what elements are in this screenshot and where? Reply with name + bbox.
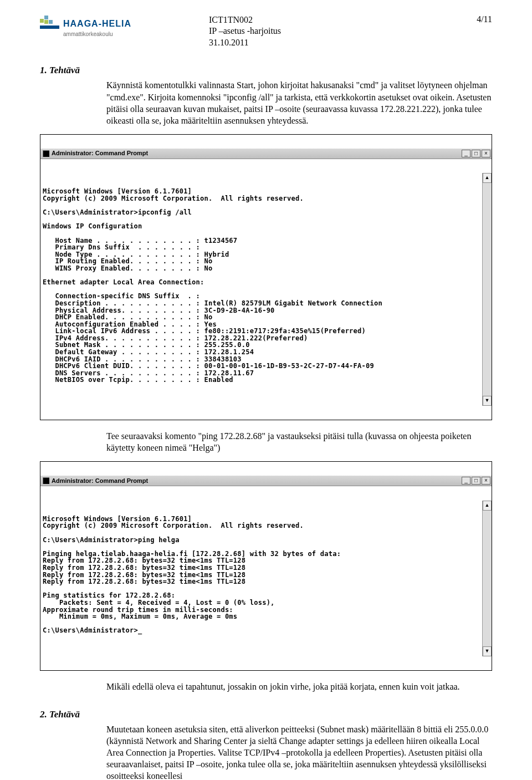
cmd-icon	[43, 150, 49, 157]
close-button[interactable]: ×	[482, 150, 490, 157]
doc-subtitle: IP –asetus -harjoitus	[209, 26, 477, 37]
close-button[interactable]: ×	[482, 477, 490, 485]
terminal-window-ipconfig: Administrator: Command Prompt _ □ × Micr…	[40, 134, 492, 420]
svg-rect-2	[44, 20, 48, 24]
scroll-down-icon[interactable]: ▼	[483, 396, 492, 406]
scroll-up-icon[interactable]: ▲	[483, 501, 492, 511]
terminal-output: Microsoft Windows [Version 6.1.7601] Cop…	[43, 188, 490, 384]
maximize-button[interactable]: □	[472, 150, 480, 157]
svg-rect-1	[44, 16, 48, 19]
terminal-output: Microsoft Windows [Version 6.1.7601] Cop…	[43, 516, 490, 634]
section1-p3: Mikäli edellä oleva ei tapahtunut, jossa…	[40, 681, 492, 692]
svg-rect-4	[40, 26, 59, 29]
section1-heading: 1. Tehtävä	[40, 65, 492, 76]
minimize-button[interactable]: _	[462, 150, 470, 157]
terminal-titlebar: Administrator: Command Prompt _ □ ×	[40, 476, 492, 486]
section1-p2: Tee seuraavaksi komento "ping 172.28.2.6…	[40, 430, 492, 453]
logo: HAAGA-HELIA ammattikorkeakoulu	[40, 14, 131, 37]
terminal-titlebar: Administrator: Command Prompt _ □ ×	[40, 149, 492, 159]
page-number: 4/11	[477, 14, 492, 24]
doc-code: ICT1TN002	[209, 14, 477, 26]
logo-subtitle: ammattikorkeakoulu	[63, 31, 131, 37]
svg-rect-0	[40, 19, 44, 23]
scrollbar[interactable]: ▲ ▼	[482, 501, 492, 656]
header-center: ICT1TN002 IP –asetus -harjoitus 31.10.20…	[131, 14, 477, 48]
logo-text: HAAGA-HELIA	[63, 19, 131, 28]
scrollbar[interactable]: ▲ ▼	[482, 173, 492, 406]
minimize-button[interactable]: _	[462, 477, 470, 485]
section2-heading: 2. Tehtävä	[40, 709, 492, 720]
section1-p1: Käynnistä komentotulkki valinnasta Start…	[40, 79, 492, 126]
section2-p1: Muutetaan koneen asetuksia siten, että a…	[40, 723, 492, 780]
scroll-up-icon[interactable]: ▲	[483, 173, 492, 183]
terminal-title: Administrator: Command Prompt	[52, 478, 148, 485]
page-header: HAAGA-HELIA ammattikorkeakoulu ICT1TN002…	[40, 14, 492, 48]
maximize-button[interactable]: □	[472, 477, 480, 485]
scroll-down-icon[interactable]: ▼	[483, 646, 492, 656]
terminal-window-ping: Administrator: Command Prompt _ □ × Micr…	[40, 461, 492, 671]
logo-mark-icon	[40, 16, 60, 32]
svg-rect-3	[49, 20, 53, 24]
terminal-title: Administrator: Command Prompt	[52, 150, 148, 157]
cmd-icon	[43, 477, 49, 484]
doc-date: 31.10.2011	[209, 37, 477, 48]
